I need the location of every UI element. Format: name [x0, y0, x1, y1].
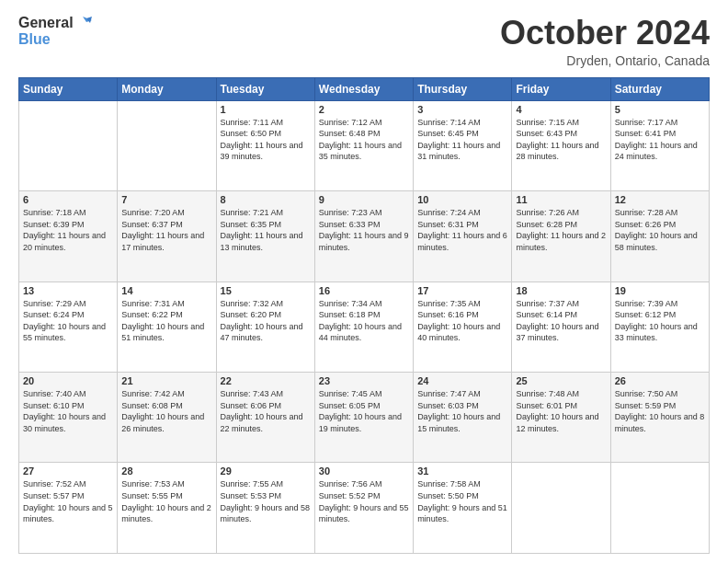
logo-graphic: General Blue — [18, 15, 92, 47]
day-number: 8 — [221, 194, 311, 205]
day-info: Sunrise: 7:35 AM Sunset: 6:16 PM Dayligh… — [417, 298, 507, 344]
logo-bird-icon — [75, 15, 92, 31]
logo: General Blue — [18, 15, 92, 47]
day-number: 1 — [221, 104, 311, 115]
calendar-cell: 17Sunrise: 7:35 AM Sunset: 6:16 PM Dayli… — [414, 282, 512, 372]
calendar: SundayMondayTuesdayWednesdayThursdayFrid… — [18, 77, 710, 554]
day-number: 6 — [23, 194, 113, 205]
calendar-cell: 16Sunrise: 7:34 AM Sunset: 6:18 PM Dayli… — [314, 282, 413, 372]
day-number: 23 — [319, 375, 409, 386]
day-number: 29 — [221, 465, 311, 477]
logo-text-blue: Blue — [18, 32, 51, 47]
day-info: Sunrise: 7:52 AM Sunset: 5:57 PM Dayligh… — [23, 478, 113, 524]
calendar-cell: 24Sunrise: 7:47 AM Sunset: 6:03 PM Dayli… — [414, 373, 512, 463]
calendar-cell: 3Sunrise: 7:14 AM Sunset: 6:45 PM Daylig… — [414, 100, 512, 190]
calendar-cell — [610, 463, 709, 554]
day-number: 21 — [121, 375, 211, 386]
day-number: 25 — [516, 375, 606, 386]
calendar-week-3: 13Sunrise: 7:29 AM Sunset: 6:24 PM Dayli… — [19, 282, 710, 372]
day-number: 10 — [417, 194, 507, 205]
weekday-header-friday: Friday — [512, 77, 610, 100]
day-info: Sunrise: 7:50 AM Sunset: 5:59 PM Dayligh… — [615, 388, 705, 434]
day-info: Sunrise: 7:26 AM Sunset: 6:28 PM Dayligh… — [516, 207, 606, 253]
calendar-cell: 9Sunrise: 7:23 AM Sunset: 6:33 PM Daylig… — [314, 191, 413, 282]
header: General Blue October 2024 Dryden, Ontari… — [18, 15, 710, 68]
day-info: Sunrise: 7:34 AM Sunset: 6:18 PM Dayligh… — [319, 298, 409, 344]
day-info: Sunrise: 7:58 AM Sunset: 5:50 PM Dayligh… — [417, 478, 507, 524]
day-info: Sunrise: 7:45 AM Sunset: 6:05 PM Dayligh… — [319, 388, 409, 434]
calendar-cell: 18Sunrise: 7:37 AM Sunset: 6:14 PM Dayli… — [512, 282, 610, 372]
day-info: Sunrise: 7:43 AM Sunset: 6:06 PM Dayligh… — [221, 388, 311, 434]
calendar-cell: 26Sunrise: 7:50 AM Sunset: 5:59 PM Dayli… — [610, 373, 709, 463]
day-number: 20 — [23, 375, 113, 386]
day-info: Sunrise: 7:31 AM Sunset: 6:22 PM Dayligh… — [121, 298, 211, 344]
calendar-cell: 7Sunrise: 7:20 AM Sunset: 6:37 PM Daylig… — [118, 191, 216, 282]
day-number: 11 — [516, 194, 606, 205]
day-number: 31 — [417, 465, 507, 477]
weekday-header-thursday: Thursday — [414, 77, 512, 100]
weekday-header-monday: Monday — [118, 77, 216, 100]
calendar-cell — [19, 100, 118, 190]
day-info: Sunrise: 7:39 AM Sunset: 6:12 PM Dayligh… — [615, 298, 705, 344]
day-info: Sunrise: 7:14 AM Sunset: 6:45 PM Dayligh… — [417, 117, 507, 163]
day-number: 5 — [615, 104, 705, 115]
calendar-cell: 14Sunrise: 7:31 AM Sunset: 6:22 PM Dayli… — [118, 282, 216, 372]
day-info: Sunrise: 7:47 AM Sunset: 6:03 PM Dayligh… — [417, 388, 507, 434]
calendar-cell: 21Sunrise: 7:42 AM Sunset: 6:08 PM Dayli… — [118, 373, 216, 463]
day-number: 28 — [121, 465, 211, 477]
day-info: Sunrise: 7:20 AM Sunset: 6:37 PM Dayligh… — [121, 207, 211, 253]
day-number: 24 — [417, 375, 507, 386]
calendar-cell — [118, 100, 216, 190]
calendar-cell: 19Sunrise: 7:39 AM Sunset: 6:12 PM Dayli… — [610, 282, 709, 372]
calendar-cell: 5Sunrise: 7:17 AM Sunset: 6:41 PM Daylig… — [610, 100, 709, 190]
day-info: Sunrise: 7:12 AM Sunset: 6:48 PM Dayligh… — [319, 117, 409, 163]
calendar-cell: 11Sunrise: 7:26 AM Sunset: 6:28 PM Dayli… — [512, 191, 610, 282]
calendar-week-2: 6Sunrise: 7:18 AM Sunset: 6:39 PM Daylig… — [19, 191, 710, 282]
day-info: Sunrise: 7:48 AM Sunset: 6:01 PM Dayligh… — [516, 388, 606, 434]
day-number: 4 — [516, 104, 606, 115]
calendar-week-1: 1Sunrise: 7:11 AM Sunset: 6:50 PM Daylig… — [19, 100, 710, 190]
location: Dryden, Ontario, Canada — [500, 53, 710, 68]
calendar-week-4: 20Sunrise: 7:40 AM Sunset: 6:10 PM Dayli… — [19, 373, 710, 463]
calendar-cell: 30Sunrise: 7:56 AM Sunset: 5:52 PM Dayli… — [314, 463, 413, 554]
calendar-cell: 1Sunrise: 7:11 AM Sunset: 6:50 PM Daylig… — [216, 100, 314, 190]
day-info: Sunrise: 7:28 AM Sunset: 6:26 PM Dayligh… — [615, 207, 705, 253]
day-number: 22 — [221, 375, 311, 386]
calendar-cell: 22Sunrise: 7:43 AM Sunset: 6:06 PM Dayli… — [216, 373, 314, 463]
day-info: Sunrise: 7:40 AM Sunset: 6:10 PM Dayligh… — [23, 388, 113, 434]
day-info: Sunrise: 7:21 AM Sunset: 6:35 PM Dayligh… — [221, 207, 311, 253]
calendar-week-5: 27Sunrise: 7:52 AM Sunset: 5:57 PM Dayli… — [19, 463, 710, 554]
day-info: Sunrise: 7:55 AM Sunset: 5:53 PM Dayligh… — [221, 478, 311, 524]
day-number: 26 — [615, 375, 705, 386]
calendar-cell: 29Sunrise: 7:55 AM Sunset: 5:53 PM Dayli… — [216, 463, 314, 554]
day-number: 9 — [319, 194, 409, 205]
weekday-header-wednesday: Wednesday — [314, 77, 413, 100]
calendar-cell: 13Sunrise: 7:29 AM Sunset: 6:24 PM Dayli… — [19, 282, 118, 372]
day-number: 15 — [221, 285, 311, 296]
calendar-cell: 8Sunrise: 7:21 AM Sunset: 6:35 PM Daylig… — [216, 191, 314, 282]
weekday-header-saturday: Saturday — [610, 77, 709, 100]
weekday-header-tuesday: Tuesday — [216, 77, 314, 100]
month-title: October 2024 — [500, 15, 710, 52]
calendar-cell: 31Sunrise: 7:58 AM Sunset: 5:50 PM Dayli… — [414, 463, 512, 554]
day-info: Sunrise: 7:18 AM Sunset: 6:39 PM Dayligh… — [23, 207, 113, 253]
calendar-cell: 6Sunrise: 7:18 AM Sunset: 6:39 PM Daylig… — [19, 191, 118, 282]
day-info: Sunrise: 7:53 AM Sunset: 5:55 PM Dayligh… — [121, 478, 211, 524]
day-info: Sunrise: 7:15 AM Sunset: 6:43 PM Dayligh… — [516, 117, 606, 163]
day-number: 17 — [417, 285, 507, 296]
calendar-cell: 28Sunrise: 7:53 AM Sunset: 5:55 PM Dayli… — [118, 463, 216, 554]
day-number: 7 — [121, 194, 211, 205]
day-info: Sunrise: 7:56 AM Sunset: 5:52 PM Dayligh… — [319, 478, 409, 524]
calendar-cell: 23Sunrise: 7:45 AM Sunset: 6:05 PM Dayli… — [314, 373, 413, 463]
calendar-cell: 15Sunrise: 7:32 AM Sunset: 6:20 PM Dayli… — [216, 282, 314, 372]
calendar-cell — [512, 463, 610, 554]
day-info: Sunrise: 7:24 AM Sunset: 6:31 PM Dayligh… — [417, 207, 507, 253]
day-number: 12 — [615, 194, 705, 205]
weekday-header-row: SundayMondayTuesdayWednesdayThursdayFrid… — [19, 77, 710, 100]
day-number: 30 — [319, 465, 409, 477]
day-number: 16 — [319, 285, 409, 296]
day-number: 14 — [121, 285, 211, 296]
day-info: Sunrise: 7:29 AM Sunset: 6:24 PM Dayligh… — [23, 298, 113, 344]
logo-text-general: General — [18, 16, 74, 30]
day-number: 18 — [516, 285, 606, 296]
